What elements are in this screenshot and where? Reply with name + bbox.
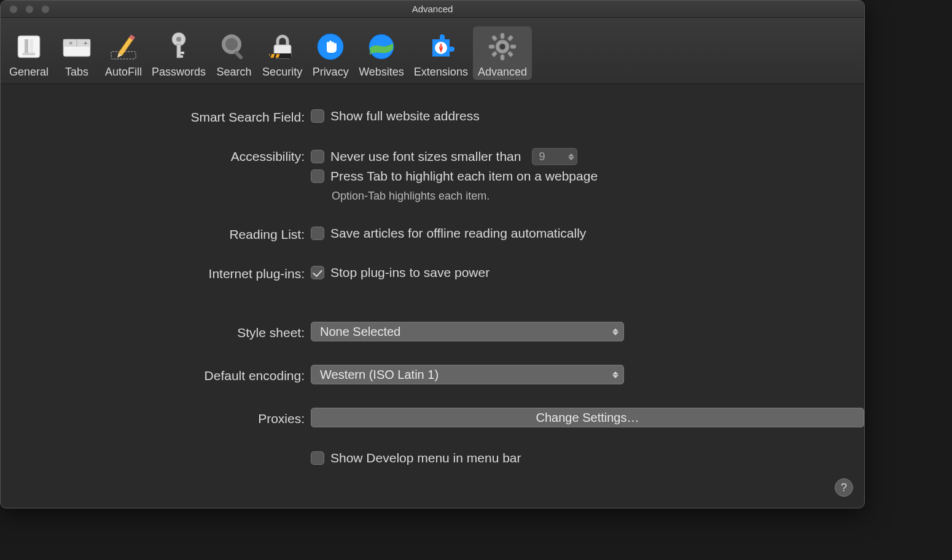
change-settings-button[interactable]: Change Settings… — [311, 408, 864, 427]
magnifier-icon — [216, 29, 252, 64]
preferences-window: Advanced General ×+ Tabs AutoFill Pa — [0, 0, 865, 508]
svg-rect-35 — [501, 33, 504, 39]
switch-icon — [10, 29, 47, 64]
default-encoding-label: Default encoding: — [1, 365, 311, 383]
hand-circle-icon — [312, 29, 349, 64]
tab-privacy[interactable]: Privacy — [307, 26, 354, 80]
stepper-icon — [568, 154, 574, 160]
key-icon — [160, 29, 197, 64]
stepper-icon — [612, 329, 618, 335]
stepper-icon — [612, 371, 618, 378]
tab-label: General — [9, 66, 49, 79]
style-sheet-label: Style sheet: — [1, 322, 311, 340]
svg-rect-1 — [25, 39, 28, 54]
tab-label: Extensions — [414, 66, 468, 79]
puzzle-compass-icon — [423, 29, 459, 64]
globe-icon — [363, 29, 400, 64]
tab-search[interactable]: Search — [211, 26, 257, 80]
stop-plugins-checkbox[interactable] — [311, 266, 324, 279]
show-full-address-label: Show full website address — [330, 109, 480, 123]
tab-label: Tabs — [65, 66, 88, 79]
svg-text:+: + — [84, 39, 87, 47]
svg-point-19 — [225, 38, 238, 50]
help-button[interactable]: ? — [835, 478, 853, 497]
close-window-button[interactable] — [9, 5, 18, 14]
accessibility-label: Accessibility: — [1, 148, 311, 164]
min-font-size-popup[interactable]: 9 — [532, 148, 577, 165]
tab-label: Websites — [359, 66, 404, 79]
min-font-size-checkbox[interactable] — [311, 150, 324, 163]
save-offline-checkbox[interactable] — [311, 227, 324, 240]
show-develop-menu-label: Show Develop menu in menu bar — [330, 451, 521, 465]
tab-websites[interactable]: Websites — [354, 26, 409, 80]
default-encoding-value: Western (ISO Latin 1) — [320, 368, 439, 382]
press-tab-label: Press Tab to highlight each item on a we… — [330, 169, 598, 184]
tab-advanced[interactable]: Advanced — [473, 26, 532, 80]
default-encoding-popup[interactable]: Western (ISO Latin 1) — [311, 365, 624, 384]
min-font-size-value: 9 — [539, 150, 545, 163]
svg-point-14 — [176, 37, 181, 42]
preferences-toolbar: General ×+ Tabs AutoFill Passwords Searc… — [1, 18, 864, 84]
window-title: Advanced — [1, 4, 864, 14]
tab-tabs[interactable]: ×+ Tabs — [53, 26, 100, 80]
tab-label: Security — [262, 66, 302, 79]
save-offline-label: Save articles for offline reading automa… — [330, 226, 586, 241]
style-sheet-popup[interactable]: None Selected — [311, 322, 624, 341]
svg-rect-41 — [507, 35, 513, 41]
tab-extensions[interactable]: Extensions — [409, 26, 473, 80]
lock-icon — [264, 29, 301, 64]
tabs-icon: ×+ — [58, 29, 95, 64]
plugins-label: Internet plug-ins: — [1, 265, 311, 281]
pencil-form-icon — [105, 29, 142, 64]
svg-rect-37 — [489, 45, 494, 49]
help-icon: ? — [841, 481, 847, 494]
svg-rect-3 — [23, 53, 35, 55]
change-settings-label: Change Settings… — [536, 411, 639, 425]
show-full-address-checkbox[interactable] — [311, 109, 324, 123]
tab-label: Search — [217, 66, 252, 79]
press-tab-checkbox[interactable] — [311, 169, 324, 183]
svg-text:×: × — [69, 39, 72, 47]
tab-autofill[interactable]: AutoFill — [100, 26, 147, 80]
gear-icon — [484, 29, 521, 64]
tab-label: AutoFill — [105, 66, 142, 79]
tab-label: Advanced — [478, 66, 527, 79]
titlebar: Advanced — [1, 1, 864, 18]
svg-rect-17 — [181, 55, 183, 58]
show-develop-menu-checkbox[interactable] — [311, 451, 324, 465]
tab-label: Privacy — [313, 66, 349, 79]
svg-rect-15 — [177, 44, 181, 58]
svg-rect-2 — [29, 39, 33, 54]
svg-rect-20 — [234, 50, 244, 60]
svg-rect-36 — [501, 55, 504, 60]
zoom-window-button[interactable] — [41, 5, 50, 14]
svg-marker-10 — [119, 37, 133, 55]
svg-rect-42 — [491, 51, 497, 57]
svg-rect-23 — [269, 54, 270, 58]
press-tab-hint: Option-Tab highlights each item. — [332, 190, 864, 203]
tab-security[interactable]: Security — [257, 26, 307, 80]
svg-rect-40 — [507, 51, 513, 57]
tab-label: Passwords — [152, 66, 206, 79]
svg-point-34 — [499, 44, 505, 50]
svg-rect-38 — [510, 45, 516, 49]
reading-list-label: Reading List: — [1, 226, 311, 242]
style-sheet-value: None Selected — [320, 325, 400, 339]
min-font-size-label: Never use font sizes smaller than — [330, 149, 521, 164]
advanced-pane: Smart Search Field: Show full website ad… — [1, 84, 864, 465]
stop-plugins-label: Stop plug-ins to save power — [330, 265, 490, 280]
smart-search-label: Smart Search Field: — [1, 109, 311, 125]
tab-passwords[interactable]: Passwords — [147, 26, 211, 80]
traffic-lights — [1, 5, 50, 14]
svg-rect-39 — [491, 35, 497, 41]
proxies-label: Proxies: — [1, 408, 311, 426]
tab-general[interactable]: General — [4, 26, 53, 80]
svg-rect-16 — [181, 52, 184, 54]
minimize-window-button[interactable] — [25, 5, 34, 14]
